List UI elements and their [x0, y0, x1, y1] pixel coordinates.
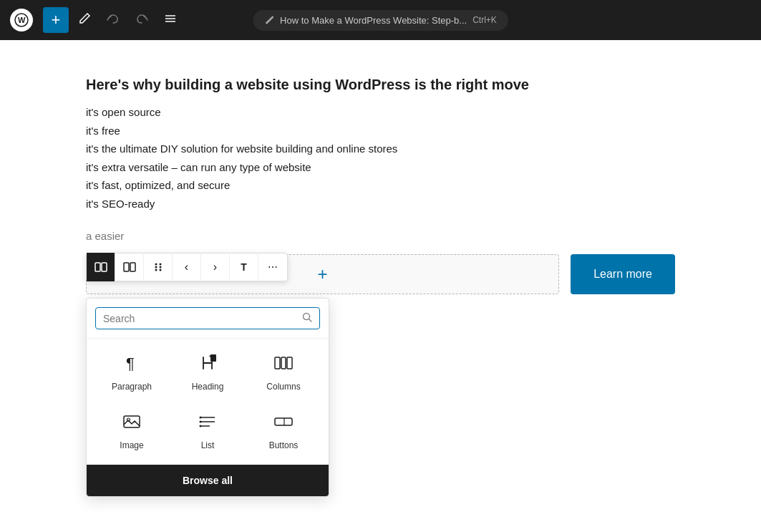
column-icon: [123, 261, 136, 274]
search-input[interactable]: [103, 313, 296, 324]
wp-logo: W: [9, 7, 34, 33]
paragraph-icon: ¶: [122, 353, 142, 377]
pencil-icon: [78, 12, 91, 29]
inserter-block-buttons[interactable]: Buttons: [250, 406, 317, 456]
svg-text:¶: ¶: [126, 354, 135, 372]
add-plus-icon: +: [318, 264, 328, 284]
svg-point-9: [155, 263, 157, 266]
add-block-button[interactable]: +: [43, 7, 69, 33]
content-list: it's open source it's free it's the ulti…: [86, 103, 675, 213]
drag-handle-button[interactable]: [144, 253, 173, 281]
move-right-button[interactable]: ›: [201, 253, 230, 281]
svg-rect-19: [281, 357, 286, 369]
undo-button[interactable]: [100, 7, 126, 33]
inserter-block-paragraph[interactable]: ¶ Paragraph: [98, 347, 165, 397]
inserter-block-list[interactable]: List: [174, 406, 241, 456]
buttons-icon: [273, 412, 294, 436]
inserter-search-area: [87, 299, 329, 339]
wp-logo-circle: W: [10, 9, 33, 32]
learn-more-button[interactable]: Learn more: [571, 254, 675, 294]
svg-point-28: [200, 425, 202, 427]
heading-icon: [198, 353, 218, 377]
svg-point-13: [155, 269, 157, 271]
svg-rect-17: [210, 354, 216, 362]
image-icon: [122, 412, 142, 436]
svg-point-10: [159, 263, 161, 266]
svg-rect-18: [275, 357, 280, 369]
edit-button[interactable]: [72, 7, 97, 33]
svg-point-12: [159, 266, 161, 269]
columns-layout-button[interactable]: [87, 253, 115, 281]
columns-label: Columns: [266, 382, 300, 392]
list-view-button[interactable]: [157, 7, 183, 33]
content-heading: Here's why building a website using Word…: [86, 74, 675, 95]
svg-rect-20: [287, 357, 292, 369]
chevron-left-icon: ‹: [185, 261, 188, 274]
svg-point-22: [127, 418, 130, 421]
svg-rect-29: [275, 418, 292, 425]
doc-title-text: How to Make a WordPress Website: Step-b.…: [280, 15, 467, 26]
block-inserter-popup: ¶ Paragraph Heading Columns: [86, 298, 329, 497]
heading-label: Heading: [192, 382, 224, 392]
doc-pen-icon: [264, 14, 274, 26]
wp-logo-svg: W: [14, 13, 29, 27]
list-item: it's extra versatile – can run any type …: [86, 158, 675, 177]
buttons-label: Buttons: [269, 440, 299, 450]
paragraph-label: Paragraph: [112, 382, 152, 392]
doc-title-area: How to Make a WordPress Website: Step-b.…: [253, 10, 508, 31]
move-left-button[interactable]: ‹: [173, 253, 201, 281]
inserter-block-heading[interactable]: Heading: [174, 347, 241, 397]
doc-shortcut: Ctrl+K: [472, 15, 497, 25]
columns-layout-icon: [94, 261, 107, 274]
list-icon: [198, 412, 218, 436]
list-item: it's fast, optimized, and secure: [86, 176, 675, 195]
browse-all-button[interactable]: Browse all: [87, 465, 329, 496]
inserter-block-image[interactable]: Image: [98, 406, 165, 456]
svg-point-27: [200, 421, 202, 423]
undo-icon: [107, 12, 120, 29]
svg-point-11: [155, 266, 157, 269]
svg-point-26: [200, 417, 202, 419]
svg-point-14: [159, 269, 161, 271]
chevron-right-icon: ›: [213, 261, 217, 274]
inserter-block-columns[interactable]: Columns: [250, 347, 317, 397]
text-icon: T: [241, 261, 247, 273]
plus-icon: +: [52, 11, 61, 29]
inline-text: a easier: [86, 227, 675, 246]
drag-icon: [153, 261, 163, 274]
redo-icon: [135, 12, 148, 29]
more-options-button[interactable]: ⋯: [258, 253, 287, 281]
svg-rect-6: [102, 263, 107, 271]
column-select-button[interactable]: [115, 253, 144, 281]
main-toolbar: W + How to Make a WordPress W: [0, 0, 761, 40]
ellipsis-icon: ⋯: [268, 261, 278, 273]
doc-title-left: How to Make a WordPress Website: Step-b.…: [264, 14, 467, 26]
list-view-icon: [164, 12, 177, 29]
columns-icon: [273, 353, 294, 377]
search-icon: [302, 312, 312, 324]
search-wrapper: [95, 307, 320, 329]
inserter-blocks-grid: ¶ Paragraph Heading Columns: [87, 339, 329, 465]
svg-rect-5: [95, 263, 100, 271]
list-item: it's SEO-ready: [86, 195, 675, 213]
image-label: Image: [120, 440, 143, 450]
svg-rect-8: [130, 263, 135, 271]
main-content: Here's why building a website using Word…: [0, 40, 761, 329]
list-item: it's the ultimate DIY solution for websi…: [86, 140, 675, 158]
list-item: it's open source: [86, 103, 675, 122]
text-align-button[interactable]: T: [230, 253, 258, 281]
svg-text:W: W: [18, 16, 26, 24]
list-item: it's free: [86, 122, 675, 140]
svg-rect-7: [124, 263, 129, 271]
block-toolbar: ‹ › T ⋯: [86, 253, 288, 281]
doc-title-pill[interactable]: How to Make a WordPress Website: Step-b.…: [253, 10, 508, 31]
list-label: List: [201, 440, 215, 450]
redo-button[interactable]: [129, 7, 155, 33]
